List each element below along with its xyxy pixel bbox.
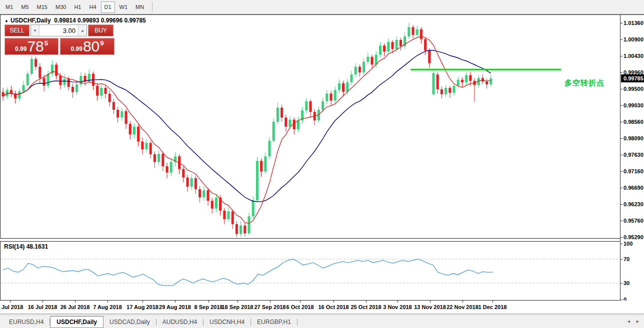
buy-price-sup: 9	[100, 39, 104, 47]
timeframe-toolbar: M1M5M15M30H1H4D1W1MN	[0, 0, 644, 14]
volume-increase-icon[interactable]: ▲	[78, 25, 86, 36]
candle-body	[38, 67, 41, 78]
candle-body	[346, 82, 348, 92]
chart-tab-eurusd-h4[interactable]: EURUSD,H4	[3, 316, 50, 328]
timeframe-button-m5[interactable]: M5	[18, 1, 32, 13]
chart-tab-usdchf-daily[interactable]: USDCHF,Daily	[50, 316, 104, 328]
sell-price-button[interactable]: 0.99 78 5	[4, 38, 58, 55]
chart-window: ▲USDCHF,Daily 0.99814 0.99893 0.99696 0.…	[0, 14, 644, 314]
sell-price-big: 78	[27, 39, 44, 54]
candle-body	[207, 190, 210, 201]
candle-body	[284, 117, 287, 126]
candle-body	[469, 75, 472, 81]
candle-body	[198, 189, 201, 197]
buy-button[interactable]: BUY	[88, 24, 114, 36]
candle-body	[202, 190, 205, 197]
date-tick-label: 22 Nov 2018	[446, 304, 478, 310]
price-tick-label: 1.00430	[624, 53, 644, 59]
candle-body	[125, 111, 128, 124]
tab-scroll-right-icon[interactable]: ▸	[636, 318, 639, 325]
rsi-tick-label: 100	[624, 241, 632, 247]
price-tick-mark	[620, 39, 622, 40]
timeframe-button-h4[interactable]: H4	[86, 1, 100, 13]
slow-ma-line	[3, 50, 491, 202]
candle-body	[64, 79, 66, 85]
candle-body	[244, 226, 246, 234]
candle-body	[453, 86, 456, 93]
candle-body	[310, 101, 312, 112]
timeframe-button-h1[interactable]: H1	[70, 1, 84, 13]
sell-button[interactable]: SELL	[4, 24, 30, 36]
timeframe-button-w1[interactable]: W1	[116, 1, 132, 13]
candle-body	[297, 120, 300, 129]
candle-body	[96, 86, 98, 96]
candle-body	[154, 154, 156, 162]
candle-body	[150, 143, 152, 154]
timeframe-button-m15[interactable]: M15	[34, 1, 51, 13]
candle-body	[379, 45, 382, 54]
rsi-tick-mark	[620, 300, 622, 300]
date-tick-label: 27 Sep 2018	[254, 304, 286, 310]
date-tick-mark	[142, 301, 143, 303]
collapse-icon[interactable]: ▲	[4, 18, 8, 23]
rsi-indicator-pane[interactable]: RSI(14) 48.1631	[0, 241, 620, 301]
candle-body	[490, 78, 492, 84]
chart-tab-eurgbp-h1[interactable]: EURGBP,H1	[251, 316, 297, 328]
candle-body	[334, 90, 336, 100]
candle-body	[289, 120, 292, 127]
candle-body	[228, 211, 230, 219]
chart-annotation-text[interactable]: 多空转折点	[564, 78, 604, 88]
candle-body	[387, 42, 390, 51]
chart-title: ▲USDCHF,Daily 0.99814 0.99893 0.99696 0.…	[4, 17, 146, 24]
candle-body	[215, 198, 218, 209]
date-tick-label: 3 Nov 2018	[383, 304, 412, 310]
tab-scroll-left-icon[interactable]: ◂	[627, 318, 630, 325]
main-chart-pane[interactable]: ▲USDCHF,Daily 0.99814 0.99893 0.99696 0.…	[0, 15, 620, 239]
candle-body	[18, 91, 20, 98]
rsi-chart	[0, 242, 620, 300]
candle-body	[432, 73, 435, 94]
candle-body	[116, 110, 119, 118]
timeframe-button-d1[interactable]: D1	[101, 1, 115, 13]
date-tick-mark	[42, 301, 43, 303]
volume-decrease-icon[interactable]: ▼	[31, 25, 40, 36]
chart-symbol-label: USDCHF,Daily	[10, 17, 51, 24]
candle-body	[252, 200, 254, 217]
timeframe-button-mn[interactable]: MN	[132, 1, 148, 13]
date-tick-mark	[108, 301, 108, 303]
date-axis: 4 Jul 201816 Jul 201826 Jul 20187 Aug 20…	[0, 301, 644, 314]
current-price-badge: 0.99785	[621, 74, 644, 82]
candle-body	[22, 85, 25, 91]
candle-body	[440, 89, 443, 94]
candle-body	[354, 67, 357, 75]
date-tick-mark	[10, 301, 10, 303]
volume-input[interactable]	[40, 25, 78, 36]
price-tick-mark	[620, 56, 622, 56]
date-tick-label: 18 Sep 2018	[222, 304, 254, 310]
candle-body	[162, 154, 164, 166]
candle-body	[236, 224, 238, 234]
candle-body	[486, 81, 488, 84]
candle-body	[342, 83, 344, 92]
volume-spinner: ▼ ▲	[30, 24, 87, 36]
date-tick-label: 26 Jul 2018	[60, 304, 90, 310]
date-tick-label: 8 Sep 2018	[194, 304, 223, 310]
date-tick-mark	[366, 301, 366, 303]
candle-body	[55, 64, 58, 76]
chart-tab-usdcnh-h4[interactable]: USDCNH,H4	[204, 316, 250, 328]
candle-body	[104, 88, 107, 94]
timeframe-button-m1[interactable]: M1	[2, 1, 16, 13]
candle-body	[137, 127, 140, 142]
candle-body	[272, 122, 275, 141]
chart-tab-audusd-h4[interactable]: AUDUSD,H4	[156, 316, 203, 328]
timeframe-button-m30[interactable]: M30	[52, 1, 70, 13]
chart-ohlc-values: 0.99814 0.99893 0.99696 0.99785	[54, 17, 146, 24]
candle-body	[240, 226, 242, 234]
candle-body	[30, 59, 33, 74]
chart-tab-usdcad-daily[interactable]: USDCAD,Daily	[104, 316, 156, 328]
buy-price-button[interactable]: 0.99 80 9	[60, 38, 114, 55]
price-axis: 1.013601.009001.004300.999600.995000.990…	[620, 15, 644, 301]
date-tick-label: 4 Jul 2018	[0, 304, 23, 310]
candle-body	[129, 124, 132, 134]
price-tick-label: 1.01360	[624, 20, 644, 26]
